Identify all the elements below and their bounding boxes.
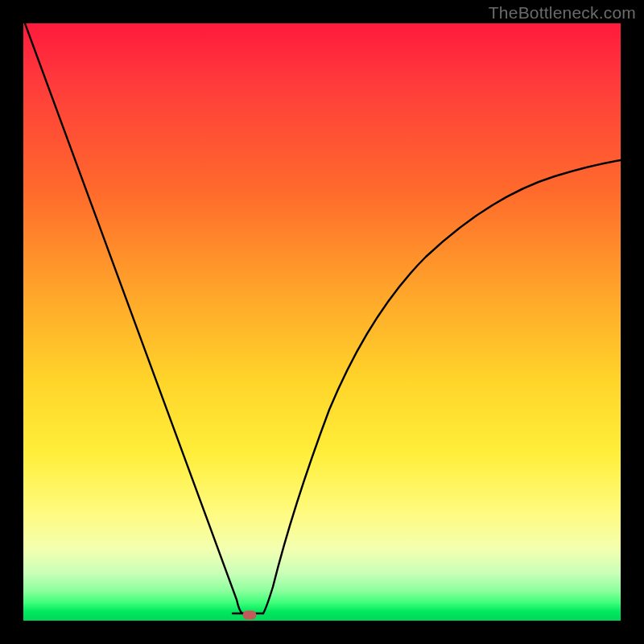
bottleneck-curve	[23, 23, 621, 621]
bottleneck-marker	[243, 611, 257, 620]
plot-area	[23, 23, 621, 621]
chart-frame: TheBottleneck.com	[0, 0, 644, 644]
curve-left-branch	[25, 23, 253, 613]
curve-right-branch	[263, 160, 621, 613]
watermark-text: TheBottleneck.com	[489, 3, 636, 23]
